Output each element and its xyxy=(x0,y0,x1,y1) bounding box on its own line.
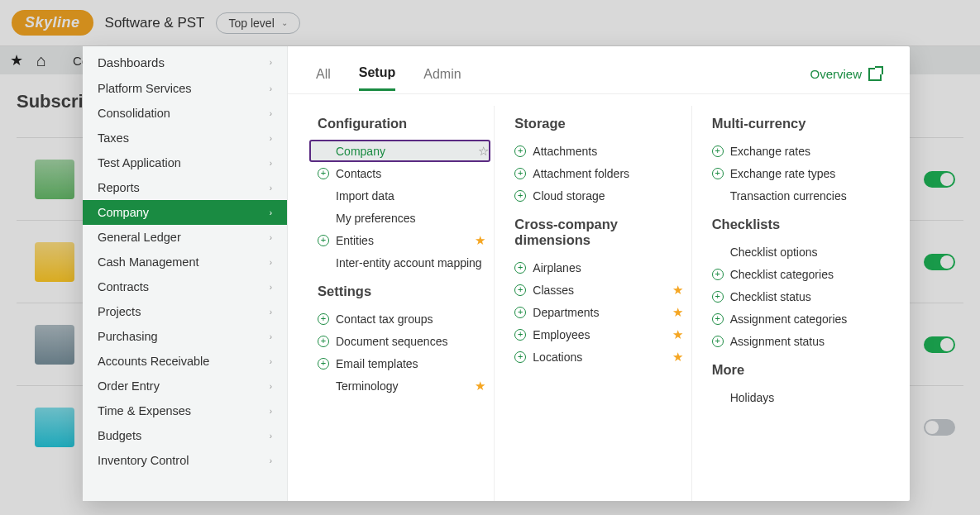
menu-link-label: Departments xyxy=(533,306,599,319)
sidebar-item-inventory-control[interactable]: Inventory Control› xyxy=(83,448,287,473)
plus-circle-icon[interactable]: + xyxy=(318,168,329,179)
menu-link-contacts[interactable]: +Contacts xyxy=(318,162,485,184)
star-outline-icon[interactable]: ☆ xyxy=(478,144,489,159)
plus-circle-icon[interactable]: + xyxy=(712,145,724,157)
chevron-right-icon: › xyxy=(270,357,272,366)
menu-link-contact-tax-groups[interactable]: +Contact tax groups xyxy=(318,308,485,330)
section-storage: Storage xyxy=(514,116,682,131)
plus-circle-icon[interactable]: + xyxy=(318,358,329,370)
menu-link-classes[interactable]: +Classes★ xyxy=(514,279,682,301)
menu-link-company[interactable]: Company ☆ xyxy=(309,140,490,162)
plus-circle-icon[interactable]: + xyxy=(514,284,526,296)
sidebar-item-label: Company xyxy=(98,206,149,219)
sidebar-item-label: Contracts xyxy=(98,280,149,293)
overview-link-label: Overview xyxy=(810,67,862,81)
star-icon[interactable]: ★ xyxy=(672,327,683,342)
sidebar-item-contracts[interactable]: Contracts› xyxy=(83,274,287,299)
plus-circle-icon[interactable]: + xyxy=(712,291,724,303)
menu-column-3: Multi-currency +Exchange rates +Exchange… xyxy=(691,106,888,501)
menu-link-label: Terminology xyxy=(336,379,398,393)
tab-all[interactable]: All xyxy=(316,59,331,90)
plus-circle-icon[interactable]: + xyxy=(712,269,724,280)
menu-link-label: Locations xyxy=(533,350,582,364)
plus-circle-icon[interactable]: + xyxy=(514,168,526,179)
plus-circle-icon[interactable]: + xyxy=(514,351,526,363)
plus-circle-icon[interactable]: + xyxy=(514,145,526,157)
menu-link-assignment-status[interactable]: +Assignment status xyxy=(712,330,880,352)
plus-circle-icon[interactable]: + xyxy=(318,313,329,325)
chevron-right-icon: › xyxy=(270,159,272,168)
plus-circle-icon[interactable]: + xyxy=(514,329,526,341)
menu-link-label: Exchange rate types xyxy=(730,167,836,180)
tab-setup[interactable]: Setup xyxy=(359,57,395,91)
sidebar-item-general-ledger[interactable]: General Ledger› xyxy=(83,225,287,250)
sidebar-item-projects[interactable]: Projects› xyxy=(83,299,287,324)
sidebar-item-consolidation[interactable]: Consolidation› xyxy=(83,101,287,126)
menu-link-label: Exchange rates xyxy=(730,145,810,158)
chevron-right-icon: › xyxy=(270,184,272,193)
sidebar-item-label: Purchasing xyxy=(98,330,158,343)
plus-circle-icon[interactable]: + xyxy=(514,190,526,202)
menu-link-entities[interactable]: +Entities★ xyxy=(318,229,485,251)
overview-link[interactable]: Overview xyxy=(810,67,882,81)
sidebar-item-company[interactable]: Company› xyxy=(83,200,287,225)
sidebar-item-label: Budgets xyxy=(98,429,141,442)
menu-link-checklist-options[interactable]: Checklist options xyxy=(712,241,880,263)
plus-circle-icon[interactable]: + xyxy=(712,168,724,179)
menu-link-label: Document sequences xyxy=(336,335,447,348)
sidebar-item-budgets[interactable]: Budgets› xyxy=(83,423,287,448)
sidebar-item-taxes[interactable]: Taxes› xyxy=(83,126,287,150)
sidebar-item-reports[interactable]: Reports› xyxy=(83,175,287,200)
menu-link-label: Inter-entity account mapping xyxy=(336,256,482,269)
sidebar-item-test-application[interactable]: Test Application› xyxy=(83,150,287,175)
menu-link-transaction-currencies[interactable]: Transaction currencies xyxy=(712,184,880,207)
menu-link-departments[interactable]: +Departments★ xyxy=(514,301,682,323)
menu-link-locations[interactable]: +Locations★ xyxy=(514,346,682,368)
sidebar-item-accounts-receivable[interactable]: Accounts Receivable› xyxy=(83,349,287,374)
plus-circle-icon[interactable]: + xyxy=(514,262,526,274)
menu-link-employees[interactable]: +Employees★ xyxy=(514,323,682,346)
star-icon[interactable]: ★ xyxy=(672,283,683,298)
menu-link-cloud-storage[interactable]: +Cloud storage xyxy=(514,184,682,207)
sidebar-item-time-expenses[interactable]: Time & Expenses› xyxy=(83,398,287,423)
menu-link-label: Employees xyxy=(533,328,590,341)
menu-link-label: Holidays xyxy=(730,391,775,404)
sidebar-item-label: Time & Expenses xyxy=(98,404,191,417)
menu-link-attachments[interactable]: +Attachments xyxy=(514,140,682,162)
plus-circle-icon[interactable]: + xyxy=(712,336,724,347)
sidebar-item-order-entry[interactable]: Order Entry› xyxy=(83,374,287,398)
sidebar-item-dashboards[interactable]: Dashboards› xyxy=(83,48,287,76)
star-icon[interactable]: ★ xyxy=(475,233,485,248)
plus-circle-icon[interactable]: + xyxy=(514,307,526,318)
plus-circle-icon[interactable]: + xyxy=(712,313,724,325)
menu-link-checklist-status[interactable]: +Checklist status xyxy=(712,285,880,308)
star-icon[interactable]: ★ xyxy=(672,350,683,365)
star-icon[interactable]: ★ xyxy=(672,305,683,320)
menu-link-exchange-rate-types[interactable]: +Exchange rate types xyxy=(712,162,880,184)
menu-link-my-preferences[interactable]: My preferences xyxy=(318,207,485,229)
section-checklists: Checklists xyxy=(712,217,880,232)
menu-link-label: Attachment folders xyxy=(533,167,629,180)
sidebar-item-purchasing[interactable]: Purchasing› xyxy=(83,324,287,349)
sidebar-item-platform-services[interactable]: Platform Services› xyxy=(83,76,287,101)
menu-link-label: My preferences xyxy=(336,212,415,225)
menu-link-holidays[interactable]: Holidays xyxy=(712,386,880,408)
menu-link-exchange-rates[interactable]: +Exchange rates xyxy=(712,140,880,162)
menu-link-interentity[interactable]: Inter-entity account mapping xyxy=(318,251,485,274)
menu-link-label: Transaction currencies xyxy=(730,189,847,203)
chevron-right-icon: › xyxy=(270,432,272,441)
menu-link-airplanes[interactable]: +Airplanes xyxy=(514,256,682,279)
menu-link-import-data[interactable]: Import data xyxy=(318,184,485,207)
star-icon[interactable]: ★ xyxy=(475,379,485,393)
menu-link-document-sequences[interactable]: +Document sequences xyxy=(318,330,485,352)
menu-link-email-templates[interactable]: +Email templates xyxy=(318,352,485,374)
menu-link-checklist-categories[interactable]: +Checklist categories xyxy=(712,263,880,285)
tab-admin[interactable]: Admin xyxy=(423,59,461,90)
menu-link-terminology[interactable]: Terminology★ xyxy=(318,374,485,397)
menu-link-assignment-categories[interactable]: +Assignment categories xyxy=(712,308,880,330)
sidebar-item-cash-management[interactable]: Cash Management› xyxy=(83,250,287,274)
plus-circle-icon[interactable]: + xyxy=(318,336,329,347)
plus-circle-icon[interactable]: + xyxy=(318,235,329,246)
chevron-right-icon: › xyxy=(270,84,272,93)
menu-link-attachment-folders[interactable]: +Attachment folders xyxy=(514,162,682,184)
